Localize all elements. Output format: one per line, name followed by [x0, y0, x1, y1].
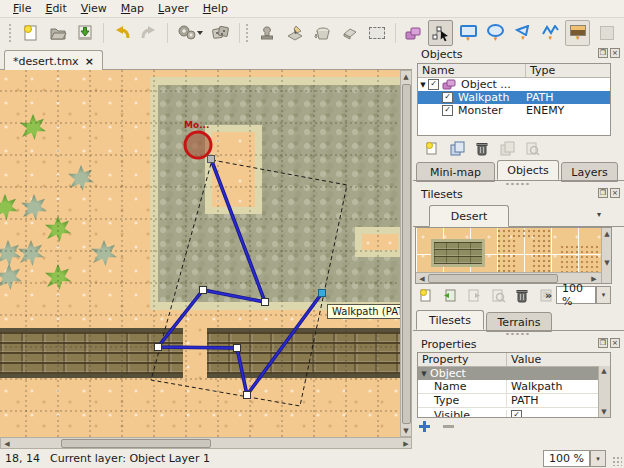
properties-table[interactable]: Property Value ▼ Object Name Walkpath Ty…: [417, 352, 611, 418]
toolbar-overflow-icon[interactable]: »: [545, 289, 552, 302]
tileset-tab-desert[interactable]: Desert: [429, 205, 509, 227]
close-dock-icon[interactable]: ×: [610, 338, 620, 348]
insert-ellipse-icon[interactable]: ▾: [483, 20, 508, 46]
tab-objects[interactable]: Objects: [497, 160, 559, 180]
monster-row[interactable]: ✓ Monster ENEMY: [418, 104, 610, 117]
float-dock-icon[interactable]: ❐: [598, 48, 608, 58]
toolbar-grip: [8, 23, 13, 43]
expander-icon[interactable]: ▼: [418, 370, 430, 378]
document-tab[interactable]: *desert.tmx ×: [4, 50, 103, 71]
duplicate-object-icon[interactable]: [449, 140, 465, 156]
add-property-icon[interactable]: [418, 420, 431, 433]
property-row[interactable]: Visible ✓: [418, 408, 610, 418]
open-file-icon[interactable]: [45, 20, 70, 46]
object-layer-row[interactable]: ▼ ✓ Object ...: [418, 78, 610, 91]
insert-polyline-icon[interactable]: ▾: [538, 20, 563, 46]
canvas-hscrollbar[interactable]: ◀ ▶: [0, 437, 412, 449]
visible-property-checkbox[interactable]: ✓: [511, 410, 522, 419]
tab-terrains[interactable]: Terrains: [486, 312, 552, 332]
properties-column-property[interactable]: Property: [418, 353, 507, 366]
tab-layers[interactable]: Layers: [561, 162, 618, 182]
close-dock-icon[interactable]: ×: [610, 48, 620, 58]
remove-property-icon[interactable]: [442, 420, 455, 433]
save-file-icon[interactable]: [73, 20, 98, 46]
float-dock-icon[interactable]: ❐: [598, 338, 608, 348]
new-tileset-icon[interactable]: [418, 287, 434, 303]
property-group-label: Object: [430, 367, 466, 380]
terrain-brush-icon[interactable]: [282, 20, 307, 46]
tileset-view[interactable]: ▲ ▼ ◀ ▶: [415, 227, 612, 284]
delete-tileset-icon[interactable]: [514, 287, 530, 303]
inspect-object-icon[interactable]: [524, 140, 540, 156]
property-value[interactable]: PATH: [506, 394, 539, 407]
map-objects-overlay: Mo...: [0, 70, 400, 437]
object-visible-checkbox[interactable]: ✓: [442, 92, 453, 103]
object-name: Monster: [458, 104, 526, 117]
edit-tileset-icon[interactable]: [490, 287, 506, 303]
tileset-dropdown-icon[interactable]: ▾: [597, 210, 601, 219]
eraser-icon[interactable]: [337, 20, 362, 46]
property-value[interactable]: Walkpath: [506, 380, 562, 393]
menu-view[interactable]: View: [74, 1, 114, 16]
menu-file[interactable]: File: [6, 1, 38, 16]
close-tab-icon[interactable]: ×: [85, 55, 94, 68]
map-properties-icon[interactable]: [594, 20, 619, 46]
edit-polygons-icon[interactable]: [428, 20, 453, 46]
random-mode-icon[interactable]: [208, 20, 233, 46]
object-layer-label: Object ...: [461, 78, 511, 91]
vscroll-thumb[interactable]: [402, 84, 411, 424]
rectangular-select-icon[interactable]: [364, 20, 389, 46]
tileset-zoom-dropdown-icon[interactable]: ▾: [596, 286, 611, 304]
stamp-brush-icon[interactable]: [254, 20, 279, 46]
tab-tilesets[interactable]: Tilesets: [416, 310, 484, 330]
properties-dock-title: Properties: [421, 338, 477, 351]
new-map-icon[interactable]: [18, 20, 43, 46]
delete-object-icon[interactable]: [474, 140, 490, 156]
canvas-vscrollbar[interactable]: ▲ ▼: [400, 70, 412, 437]
layer-visible-checkbox[interactable]: ✓: [428, 79, 439, 90]
map-zoom-combo[interactable]: 100 %: [543, 450, 590, 467]
objects-column-name[interactable]: Name: [418, 64, 526, 77]
select-objects-icon[interactable]: [401, 20, 426, 46]
properties-actions: [418, 420, 455, 433]
add-object-icon[interactable]: [424, 140, 440, 156]
execute-commands-icon[interactable]: [173, 20, 206, 46]
menu-help[interactable]: Help: [196, 1, 235, 16]
object-visible-checkbox[interactable]: ✓: [442, 105, 453, 116]
map-zoom-dropdown-icon[interactable]: ▾: [590, 450, 606, 467]
tileset-hscroll-thumb[interactable]: [428, 274, 558, 283]
float-dock-icon[interactable]: ❐: [598, 188, 608, 198]
property-row[interactable]: Type PATH: [418, 394, 610, 408]
document-tab-label: *desert.tmx: [13, 55, 79, 68]
objects-tree[interactable]: Name Type ▼ ✓ Object ... ✓ Walkpath PATH…: [417, 63, 611, 136]
menu-layer[interactable]: Layer: [151, 1, 196, 16]
properties-column-value[interactable]: Value: [507, 353, 610, 366]
tileset-zoom-combo[interactable]: 100 %: [556, 286, 596, 304]
insert-rectangle-icon[interactable]: ▾: [455, 20, 480, 46]
objects-column-type[interactable]: Type: [526, 64, 555, 77]
property-group-row[interactable]: ▼ Object: [418, 367, 610, 380]
hscroll-thumb[interactable]: [61, 439, 211, 448]
insert-polygon-icon[interactable]: ▾: [510, 20, 535, 46]
menu-edit[interactable]: Edit: [38, 1, 73, 16]
insert-tile-icon[interactable]: ▾: [565, 20, 590, 46]
window-resize-grip[interactable]: [612, 456, 622, 466]
expander-icon[interactable]: ▼: [418, 81, 428, 89]
tab-mini-map[interactable]: Mini-map: [416, 162, 495, 182]
import-tileset-icon[interactable]: [442, 287, 458, 303]
menu-map[interactable]: Map: [114, 1, 151, 16]
undo-icon[interactable]: [109, 20, 134, 46]
close-dock-icon[interactable]: ×: [610, 188, 620, 198]
objects-dock-title: Objects: [421, 48, 463, 61]
property-row[interactable]: Name Walkpath: [418, 380, 610, 394]
bucket-fill-icon[interactable]: [309, 20, 334, 46]
redo-icon[interactable]: [137, 20, 162, 46]
menubar: File Edit View Map Layer Help: [0, 0, 624, 18]
map-canvas[interactable]: Mo... Walkpath (PATH): [0, 70, 400, 437]
tileset-tiles[interactable]: [416, 228, 601, 272]
document-tabstrip: *desert.tmx ×: [0, 48, 412, 70]
raise-object-icon[interactable]: [499, 140, 515, 156]
export-tileset-icon[interactable]: [466, 287, 482, 303]
walkpath-row[interactable]: ✓ Walkpath PATH: [418, 91, 610, 104]
objects-actions: [424, 140, 540, 156]
